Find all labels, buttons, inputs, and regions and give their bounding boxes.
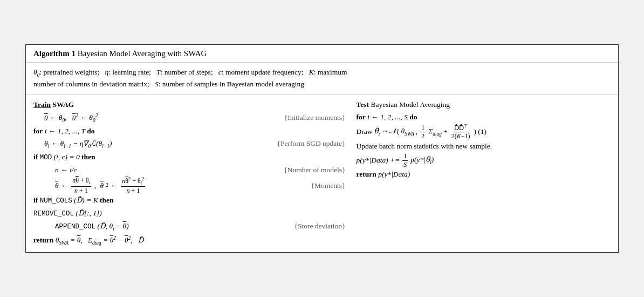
param-K: K: [309, 68, 314, 76]
comment-append: {Store deviation}: [294, 220, 345, 233]
algorithm-box: Algorithm 1 Bayesian Model Averaging wit…: [25, 44, 619, 253]
append-col-row: APPEND_COL (D̂, θi − θ) {Store deviation…: [33, 220, 346, 233]
for-loop-row: for i ← 1, 2, ..., T do: [33, 125, 346, 138]
comment-moments: {Moments}: [311, 179, 346, 192]
param-c: c: [218, 68, 222, 76]
init-moments-math: θ ← θ0, θ2 ← θ02: [44, 111, 98, 125]
train-header: Train SWAG: [33, 99, 346, 111]
init-moments-row: θ ← θ0, θ2 ← θ02 {Initialize moments}: [33, 111, 346, 125]
param-theta0: θ0: [33, 68, 39, 76]
update-bn-row: Update batch norm statistics with new sa…: [357, 140, 611, 153]
sgd-update-row: θi ← θi−1 − η∇θℒ(θi−1) {Perform SGD upda…: [33, 137, 346, 151]
param-S: S: [155, 80, 159, 88]
comment-init: {Initialize moments}: [284, 111, 346, 124]
test-bma: Bayesian Model Averaging: [371, 100, 450, 109]
append-math: APPEND_COL (D̂, θi − θ): [55, 220, 129, 233]
algo-body: Train SWAG θ ← θ0, θ2 ← θ02 {Initialize …: [26, 94, 618, 253]
n-update-row: n ← i/c {Number of models}: [33, 164, 346, 177]
moments-math: θ ← nθ + θi n + 1 , θ2 ← nθ2 + θi2 n + 1: [55, 177, 146, 195]
if-mod-row: if MOD (i, c) = 0 then: [33, 151, 346, 164]
test-label: Test: [357, 100, 369, 109]
algo-label: Algorithm 1: [33, 49, 76, 58]
moments-update-row: θ ← nθ + θi n + 1 , θ2 ← nθ2 + θi2 n + 1…: [33, 177, 346, 195]
update-bn-text: Update batch norm statistics with new sa…: [357, 142, 492, 150]
n-math: n ← i/c: [55, 164, 77, 177]
p-update-row: p(y*|Data) += 1 S p(y*|θ̃i): [357, 152, 611, 168]
comment-sgd: {Perform SGD update}: [277, 137, 346, 150]
algo-params: θ0: pretrained weights; η: learning rate…: [26, 63, 618, 94]
draw-row: Draw θ̃i ∼ 𝒩 ( θSWA , 1 2 Σdiag + D̂D̂⊤ …: [357, 124, 611, 140]
test-header: Test Bayesian Model Averaging: [357, 99, 611, 111]
return-train-row: return θSWA = θ, Σdiag = θ2 − θ2, D̂: [33, 233, 346, 247]
col-test-bma: Test Bayesian Model Averaging for i ← 1,…: [351, 99, 611, 247]
return-test-row: return p(y*|Data): [357, 168, 611, 181]
train-label: Train: [33, 100, 51, 109]
param-eta: η: [105, 68, 108, 76]
for-s-row: for i ← 1, 2, ..., S do: [357, 111, 611, 124]
algo-title: Bayesian Model Averaging with SWAG: [78, 49, 207, 58]
remove-col-row: REMOVE_COL (D̂[:, 1]): [33, 207, 346, 220]
train-swag: SWAG: [52, 100, 74, 109]
param-T: T: [156, 68, 161, 76]
comment-n: {Number of models}: [284, 164, 345, 177]
sgd-math: θi ← θi−1 − η∇θℒ(θi−1): [44, 137, 112, 151]
if-numcols-row: if NUM_COLS (D̂) = K then: [33, 194, 346, 207]
col-train-swag: Train SWAG θ ← θ0, θ2 ← θ02 {Initialize …: [33, 99, 351, 247]
algo-header: Algorithm 1 Bayesian Model Averaging wit…: [26, 45, 618, 63]
